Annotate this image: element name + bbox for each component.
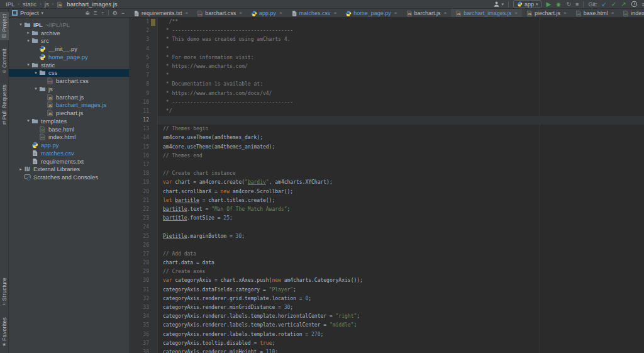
- js-file-icon: JS: [526, 10, 533, 16]
- line-number: 29: [129, 267, 158, 276]
- coverage-button[interactable]: ↻: [566, 1, 571, 8]
- tab-barchart_images.js[interactable]: JSbarchart_images.js×: [451, 9, 522, 17]
- tab-barchart.js[interactable]: JSbarchart.js×: [402, 9, 452, 17]
- hide-panel-icon[interactable]: −: [121, 10, 125, 16]
- git-push-button[interactable]: ↗: [621, 1, 626, 8]
- chevron-open-icon[interactable]: ▾: [25, 38, 31, 43]
- tab-close-icon[interactable]: ×: [279, 10, 282, 16]
- breadcrumb-item[interactable]: barchart_images.js: [67, 1, 117, 8]
- line-number: 3: [129, 35, 158, 44]
- tree-item-barchart-css[interactable]: cssbarchart.css: [9, 77, 129, 85]
- code-line-text: [158, 223, 644, 232]
- tree-item-app-py[interactable]: app.py: [9, 141, 129, 149]
- tree-item-js[interactable]: ▾js: [9, 85, 129, 93]
- tree-item-src[interactable]: ▾src: [9, 37, 129, 45]
- tab-label: matches.csv: [299, 10, 331, 16]
- project-panel-header: Project ▾ ⊕ Ξ ÷ ⚙ −: [9, 9, 129, 17]
- tool-window-button-label: Structure: [1, 277, 8, 301]
- gear-icon[interactable]: ⚙: [113, 10, 118, 16]
- breadcrumb-item[interactable]: static: [23, 1, 36, 8]
- code-line: 17: [129, 160, 644, 169]
- tree-item-templates[interactable]: ▾templates: [9, 117, 129, 125]
- collapse-all-icon[interactable]: ÷: [101, 10, 104, 16]
- tab-close-icon[interactable]: ×: [239, 10, 242, 16]
- line-number: 35: [129, 321, 158, 330]
- folder-icon: [31, 62, 38, 69]
- tab-barchart.css[interactable]: cssbarchart.css×: [192, 9, 247, 17]
- expand-all-icon[interactable]: Ξ: [94, 10, 97, 16]
- breadcrumb-item[interactable]: IPL: [6, 1, 14, 8]
- chevron-open-icon[interactable]: ▾: [18, 22, 24, 27]
- tool-window-button-commit[interactable]: Commit⊙: [0, 47, 9, 76]
- tree-item-archive[interactable]: ▸archive: [9, 29, 129, 37]
- tree-item-ipl[interactable]: ▾IPL~/IPL/IPL: [9, 21, 129, 29]
- tree-item-index-html[interactable]: <>index.html: [9, 133, 129, 142]
- tree-item-barchart-images-js[interactable]: JSbarchart_images.js: [9, 101, 129, 109]
- git-commit-button[interactable]: ✓: [611, 1, 616, 8]
- breadcrumb-separator: ›: [52, 1, 54, 7]
- chevron-closed-icon[interactable]: ▸: [18, 167, 24, 172]
- tab-requirements.txt[interactable]: requirements.txt×: [129, 9, 192, 17]
- tree-item-barchart-js[interactable]: JSbarchart.js: [9, 93, 129, 101]
- chevron-open-icon[interactable]: ▾: [33, 70, 39, 76]
- tool-window-button-project[interactable]: Project▤: [0, 12, 9, 40]
- tab-matches.csv[interactable]: matches.csv×: [287, 9, 341, 17]
- tree-item-home-page-py[interactable]: home_page.py: [9, 53, 129, 61]
- project-panel-title: Project: [20, 9, 39, 16]
- locate-file-icon[interactable]: ⊕: [85, 10, 90, 16]
- code-line-text: am4core.useTheme(am4themes_dark);: [158, 133, 644, 142]
- tree-item-matches-csv[interactable]: matches.csv: [9, 149, 129, 157]
- tab-close-icon[interactable]: ×: [444, 10, 447, 16]
- tool-window-button-favorites[interactable]: Favorites★: [0, 315, 9, 349]
- code-line-text: categoryAxis.renderer.labels.template.ve…: [158, 321, 644, 330]
- history-clock-icon[interactable]: [631, 1, 638, 8]
- tab-close-icon[interactable]: ×: [334, 10, 337, 16]
- python-icon: [39, 45, 46, 52]
- git-update-button[interactable]: ↙: [601, 1, 606, 8]
- chevron-open-icon[interactable]: ▾: [25, 118, 31, 123]
- code-line-text: categoryAxis.renderer.minHeight = 110;: [158, 348, 644, 353]
- user-account-button[interactable]: ▾: [493, 1, 504, 8]
- run-button[interactable]: ▶: [546, 1, 551, 8]
- tree-item-external-libraries[interactable]: ▸External Libraries: [9, 165, 129, 174]
- file-file-icon: [291, 10, 297, 16]
- tab-base.html[interactable]: <>base.html×: [571, 9, 619, 17]
- tab-home_page.py[interactable]: home_page.py×: [341, 9, 401, 17]
- tree-item-static[interactable]: ▾static: [9, 61, 129, 69]
- tab-close-icon[interactable]: ×: [611, 10, 614, 16]
- code-line-text: var chart = am4core.create("bardiv", am4…: [158, 178, 644, 187]
- chevron-closed-icon[interactable]: ▸: [25, 30, 31, 35]
- code-line: 14am4core.useTheme(am4themes_dark);: [129, 133, 644, 142]
- chevron-down-icon[interactable]: ▾: [42, 11, 44, 16]
- chevron-open-icon[interactable]: ▾: [25, 62, 31, 67]
- tab-close-icon[interactable]: ×: [394, 10, 397, 16]
- tree-item-css[interactable]: ▾css: [9, 69, 129, 77]
- project-tree[interactable]: ▾IPL~/IPL/IPL▸archive▾src__init__.pyhome…: [9, 18, 129, 353]
- tool-window-button-pull-requests[interactable]: Pull Requests⇅: [0, 82, 9, 128]
- debug-button[interactable]: [555, 1, 562, 8]
- tool-window-button-structure[interactable]: Structure≡: [0, 276, 9, 309]
- clipped-toolbar-icon[interactable]: ⇄: [642, 1, 644, 8]
- chevron-open-icon[interactable]: ▾: [33, 86, 39, 91]
- run-configuration-select[interactable]: app ▾: [513, 0, 542, 8]
- tab-app.py[interactable]: app.py×: [247, 9, 287, 17]
- tree-item--init-py[interactable]: __init__.py: [9, 45, 129, 53]
- code-line: 36categoryAxis.renderer.labels.template.…: [129, 330, 644, 339]
- code-editor[interactable]: 1 /**2 * -------------------------------…: [129, 18, 644, 353]
- tree-item-base-html[interactable]: <>base.html: [9, 125, 129, 133]
- tree-item-scratches-and-consoles[interactable]: Scratches and Consoles: [9, 173, 129, 181]
- stop-button[interactable]: ■: [576, 1, 579, 8]
- tree-item-requirements-txt[interactable]: requirements.txt: [9, 157, 129, 165]
- tab-close-icon[interactable]: ×: [514, 10, 518, 16]
- tab-close-icon[interactable]: ×: [186, 10, 189, 16]
- tree-item-label: archive: [41, 30, 60, 36]
- code-line: 21let bartitle = chart.titles.create();: [129, 196, 644, 205]
- line-number: 4: [129, 45, 158, 53]
- breadcrumb-item[interactable]: js: [45, 1, 49, 8]
- tab-piechart.js[interactable]: JSpiechart.js×: [522, 9, 571, 17]
- tab-index.html[interactable]: <>index.html×: [618, 9, 644, 17]
- line-number: 34: [129, 312, 158, 321]
- tree-item-piechart-js[interactable]: JSpiechart.js: [9, 109, 129, 117]
- tab-close-icon[interactable]: ×: [564, 10, 567, 16]
- python-file-icon: [251, 10, 257, 16]
